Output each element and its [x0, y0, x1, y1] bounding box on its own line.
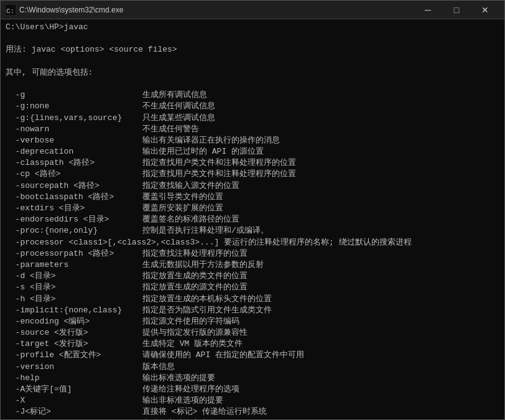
terminal-output[interactable]: C:\Users\HP>javac用法: javac <options> <so… — [1, 19, 504, 419]
option-flag: -Werror — [6, 418, 142, 419]
option-flag: -X — [6, 395, 142, 406]
window-title: C:\Windows\system32\cmd.exe — [19, 6, 123, 14]
terminal-option-line: -version 版本信息 — [6, 362, 499, 373]
option-description: 只生成某些调试信息 — [142, 113, 215, 123]
option-flag: -profile <配置文件> — [6, 350, 142, 361]
option-flag: -version — [6, 362, 142, 373]
option-flag: -endorseddirs <目录> — [6, 214, 142, 225]
option-flag: -extdirs <目录> — [6, 203, 142, 214]
option-description: 版本信息 — [142, 362, 175, 371]
terminal-option-line: -sourcepath <路径> 指定查找输入源文件的位置 — [6, 180, 499, 192]
option-description: 指定查找注释处理程序的位置 — [142, 249, 248, 258]
option-description: 指定查找用户类文件和注释处理程序的位置 — [142, 158, 296, 167]
terminal-option-line: -Werror 出现警告时终止编译 — [6, 418, 499, 419]
option-description: 输出使用已过时的 API 的源位置 — [142, 147, 264, 156]
option-flag: -h <目录> — [6, 294, 142, 305]
titlebar: C: C:\Windows\system32\cmd.exe ─ □ ✕ — [1, 1, 504, 19]
minimize-button[interactable]: ─ — [414, 1, 442, 19]
option-description: 指定源文件使用的字符编码 — [142, 317, 239, 326]
terminal-output-line: 其中, 可能的选项包括: — [6, 67, 499, 78]
close-button[interactable]: ✕ — [471, 1, 499, 19]
option-flag: -g:{lines,vars,source} — [6, 113, 142, 124]
option-description: 指定放置生成的源文件的位置 — [142, 282, 248, 292]
terminal-output-line: 用法: javac <options> <source files> — [6, 44, 499, 55]
terminal-option-line: -processor <class1>[,<class2>,<class3>..… — [6, 237, 499, 248]
terminal-option-line: -bootclasspath <路径>覆盖引导类文件的位置 — [6, 192, 499, 203]
option-description: 生成所有调试信息 — [142, 90, 207, 100]
option-flag: -d <目录> — [6, 271, 142, 282]
terminal-option-line: -profile <配置文件>请确保使用的 API 在指定的配置文件中可用 — [6, 350, 499, 361]
terminal-option-line: -help 输出标准选项的提要 — [6, 373, 499, 384]
option-flag: -s <目录> — [6, 282, 142, 293]
option-description: 生成特定 VM 版本的类文件 — [142, 339, 243, 348]
option-description: 指定是否为隐式引用文件生成类文件 — [142, 306, 272, 315]
option-description: 不生成任何警告 — [142, 124, 199, 134]
option-flag: -g — [6, 90, 142, 101]
option-description: 生成元数据以用于方法参数的反射 — [142, 260, 264, 269]
option-flag: -A关键字[=值] — [6, 384, 142, 395]
terminal-option-line: -extdirs <目录> 覆盖所安装扩展的位置 — [6, 203, 499, 214]
option-description: 要运行的注释处理程序的名称; 绕过默认的搜索进程 — [219, 238, 411, 247]
option-description: 指定放置生成的类文件的位置 — [142, 271, 248, 281]
option-description: 提供与指定发行版的源兼容性 — [142, 328, 248, 337]
cmd-window: C: C:\Windows\system32\cmd.exe ─ □ ✕ C:\… — [0, 0, 505, 420]
option-description: 覆盖所安装扩展的位置 — [142, 203, 223, 213]
cmd-icon: C: — [6, 5, 16, 15]
option-flag: -implicit:{none,class} — [6, 305, 142, 316]
terminal-option-line: -g:none 不生成任何调试信息 — [6, 101, 499, 112]
terminal-option-line: -nowarn 不生成任何警告 — [6, 124, 499, 135]
terminal-option-line: -parameters 生成元数据以用于方法参数的反射 — [6, 259, 499, 271]
option-description: 不生成任何调试信息 — [142, 101, 215, 111]
option-description: 传递给注释处理程序的选项 — [142, 385, 239, 394]
terminal-prompt-line: C:\Users\HP>javac — [6, 22, 499, 33]
option-flag: -source <发行版> — [6, 327, 142, 338]
maximize-button[interactable]: □ — [442, 1, 471, 19]
terminal-option-line: -h <目录> 指定放置生成的本机标头文件的位置 — [6, 294, 499, 305]
option-flag: -nowarn — [6, 124, 142, 135]
terminal-option-line: -g:{lines,vars,source}只生成某些调试信息 — [6, 113, 499, 124]
option-description: 直接将 <标记> 传递给运行时系统 — [142, 407, 267, 416]
terminal-option-line: -source <发行版> 提供与指定发行版的源兼容性 — [6, 327, 499, 338]
terminal-option-line: -encoding <编码> 指定源文件使用的字符编码 — [6, 316, 499, 327]
option-flag: -target <发行版> — [6, 338, 142, 350]
option-flag: -processorpath <路径> — [6, 248, 142, 259]
terminal-option-line: -g 生成所有调试信息 — [6, 90, 499, 101]
window-controls: ─ □ ✕ — [414, 1, 499, 19]
terminal-option-line: -verbose 输出有关编译器正在执行的操作的消息 — [6, 135, 499, 146]
option-flag: -bootclasspath <路径> — [6, 192, 142, 203]
option-flag: -sourcepath <路径> — [6, 180, 142, 192]
terminal-option-line: -target <发行版> 生成特定 VM 版本的类文件 — [6, 338, 499, 350]
option-flag: -g:none — [6, 101, 142, 112]
terminal-option-line: -endorseddirs <目录>覆盖签名的标准路径的位置 — [6, 214, 499, 225]
option-description: 输出标准选项的提要 — [142, 373, 215, 383]
terminal-option-line: -X 输出非标准选项的提要 — [6, 395, 499, 406]
option-flag: -J<标记> — [6, 406, 142, 418]
option-flag: -processor <class1>[,<class2>,<class3>..… — [6, 237, 219, 248]
terminal-option-line: -classpath <路径> 指定查找用户类文件和注释处理程序的位置 — [6, 157, 499, 169]
terminal-option-line: -cp <路径> 指定查找用户类文件和注释处理程序的位置 — [6, 169, 499, 180]
terminal-option-line: -d <目录> 指定放置生成的类文件的位置 — [6, 271, 499, 282]
terminal-option-line: -proc:{none,only} 控制是否执行注释处理和/或编译。 — [6, 225, 499, 236]
option-flag: -encoding <编码> — [6, 316, 142, 327]
option-description: 输出有关编译器正在执行的操作的消息 — [142, 136, 280, 145]
terminal-option-line: -s <目录> 指定放置生成的源文件的位置 — [6, 282, 499, 293]
option-flag: -help — [6, 373, 142, 384]
option-flag: -proc:{none,only} — [6, 225, 142, 236]
option-description: 控制是否执行注释处理和/或编译。 — [142, 226, 269, 235]
option-flag: -classpath <路径> — [6, 157, 142, 169]
terminal-option-line: -A关键字[=值] 传递给注释处理程序的选项 — [6, 384, 499, 395]
option-flag: -parameters — [6, 259, 142, 271]
terminal-option-line: -processorpath <路径>指定查找注释处理程序的位置 — [6, 248, 499, 259]
terminal-option-line: -J<标记> 直接将 <标记> 传递给运行时系统 — [6, 406, 499, 418]
titlebar-left: C: C:\Windows\system32\cmd.exe — [6, 5, 123, 15]
option-description: 出现警告时终止编译 — [142, 419, 215, 419]
option-flag: -cp <路径> — [6, 169, 142, 180]
terminal-area: C:\Users\HP>javac用法: javac <options> <so… — [1, 19, 504, 419]
terminal-option-line: -implicit:{none,class}指定是否为隐式引用文件生成类文件 — [6, 305, 499, 316]
option-description: 指定查找输入源文件的位置 — [142, 181, 239, 190]
option-flag: -deprecation — [6, 146, 142, 157]
option-description: 输出非标准选项的提要 — [142, 396, 223, 405]
option-description: 指定查找用户类文件和注释处理程序的位置 — [142, 169, 296, 179]
svg-text:C:: C: — [6, 7, 14, 15]
option-flag: -verbose — [6, 135, 142, 146]
